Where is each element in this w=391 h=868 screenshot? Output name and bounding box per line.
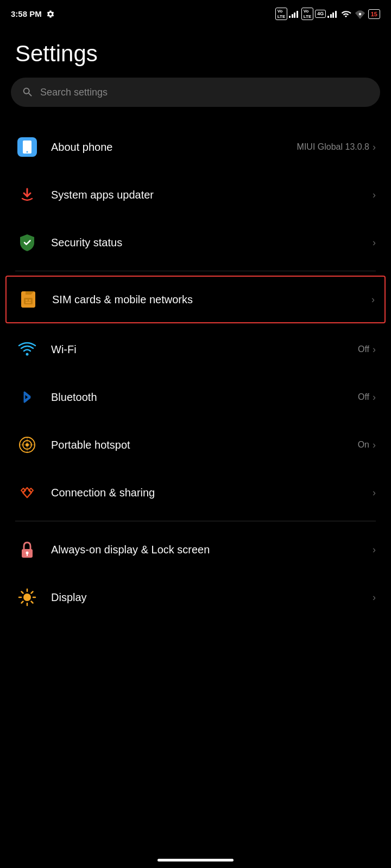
wifi-subtitle: Off <box>358 344 369 354</box>
search-placeholder: Search settings <box>40 87 108 98</box>
shield-check-icon <box>15 231 39 254</box>
search-icon <box>22 86 34 98</box>
display-chevron: › <box>373 592 376 603</box>
bluetooth-right: Off › <box>358 392 376 403</box>
display-label: Display <box>51 591 87 604</box>
system-apps-right: › <box>373 189 376 201</box>
wifi-content: Wi-Fi Off › <box>51 343 376 356</box>
svg-point-11 <box>26 353 29 356</box>
security-status-right: › <box>373 237 376 248</box>
system-apps-label: System apps updater <box>51 189 154 201</box>
volte2-badge: VoLTE <box>301 8 314 20</box>
wifi-right: Off › <box>358 344 376 355</box>
settings-item-display[interactable]: Display › <box>0 573 391 621</box>
about-phone-right: MIUI Global 13.0.8 › <box>297 142 376 153</box>
wifi-chevron: › <box>373 344 376 355</box>
sim-cards-content: SIM cards & mobile networks › <box>52 293 375 306</box>
hotspot-icon <box>15 433 39 457</box>
about-phone-subtitle: MIUI Global 13.0.8 <box>297 142 369 152</box>
system-apps-content: System apps updater › <box>51 189 376 201</box>
wifi-status-icon <box>340 9 352 19</box>
security-status-label: Security status <box>51 237 122 249</box>
settings-list: About phone MIUI Global 13.0.8 › System … <box>0 123 391 621</box>
sim1-signal: VoLTE <box>275 8 298 20</box>
settings-item-system-apps-updater[interactable]: System apps updater › <box>0 171 391 219</box>
sun-icon <box>15 585 39 609</box>
status-icons-area: VoLTE VoLTE 4G <box>275 8 380 20</box>
settings-item-sim-cards[interactable]: SIM cards & mobile networks › <box>5 276 386 323</box>
sim-icon <box>16 288 40 311</box>
bottom-nav-indicator <box>157 859 234 861</box>
display-content: Display › <box>51 591 376 604</box>
bluetooth-icon <box>15 385 39 409</box>
signal-bars-2 <box>327 10 337 18</box>
hotspot-right: On › <box>358 439 376 451</box>
svg-line-28 <box>22 602 23 603</box>
wifi-icon <box>15 337 39 361</box>
settings-item-about-phone[interactable]: About phone MIUI Global 13.0.8 › <box>0 123 391 171</box>
settings-item-wifi[interactable]: Wi-Fi Off › <box>0 326 391 373</box>
sim-cards-chevron: › <box>371 294 375 305</box>
system-apps-chevron: › <box>373 189 376 201</box>
hotspot-content: Portable hotspot On › <box>51 439 376 451</box>
about-phone-label: About phone <box>51 141 112 154</box>
svg-point-0 <box>359 12 362 15</box>
signal-bars-1 <box>289 10 298 18</box>
settings-item-connection-sharing[interactable]: Connection & sharing › <box>0 469 391 516</box>
settings-item-always-on-display[interactable]: Always-on display & Lock screen › <box>0 526 391 573</box>
gear-icon <box>46 10 55 18</box>
search-bar[interactable]: Search settings <box>11 78 380 107</box>
svg-rect-10 <box>26 302 31 303</box>
settings-item-security-status[interactable]: Security status › <box>0 219 391 266</box>
lock-icon <box>15 538 39 561</box>
bluetooth-label: Bluetooth <box>51 391 97 404</box>
hotspot-label: Portable hotspot <box>51 439 130 451</box>
always-on-chevron: › <box>373 544 376 556</box>
sim2-signal: VoLTE 4G <box>301 8 337 20</box>
4g-badge: 4G <box>315 10 326 18</box>
display-right: › <box>373 592 376 603</box>
battery-indicator: 15 <box>368 9 380 19</box>
connection-content: Connection & sharing › <box>51 487 376 499</box>
about-phone-chevron: › <box>373 142 376 153</box>
svg-point-3 <box>27 151 28 153</box>
divider-2 <box>15 521 376 521</box>
svg-line-26 <box>31 602 33 603</box>
settings-item-portable-hotspot[interactable]: Portable hotspot On › <box>0 421 391 469</box>
security-status-chevron: › <box>373 237 376 248</box>
svg-rect-7 <box>24 298 33 304</box>
connection-icon <box>15 481 39 505</box>
hotspot-subtitle: On <box>358 440 369 450</box>
connection-right: › <box>373 487 376 499</box>
settings-item-bluetooth[interactable]: Bluetooth Off › <box>0 373 391 421</box>
svg-line-25 <box>22 592 23 593</box>
update-icon <box>15 183 39 207</box>
phone-icon <box>15 135 39 159</box>
sim-cards-label: SIM cards & mobile networks <box>52 293 193 306</box>
time-display: 3:58 PM <box>11 9 42 18</box>
volte1-badge: VoLTE <box>275 8 288 20</box>
bluetooth-chevron: › <box>373 392 376 403</box>
always-on-right: › <box>373 544 376 556</box>
bluetooth-content: Bluetooth Off › <box>51 391 376 404</box>
page-title: Settings <box>0 24 391 78</box>
sim-cards-right: › <box>371 294 375 305</box>
status-time-area: 3:58 PM <box>11 9 55 18</box>
always-on-label: Always-on display & Lock screen <box>51 542 210 557</box>
svg-point-20 <box>23 593 31 601</box>
bluetooth-subtitle: Off <box>358 392 369 402</box>
svg-rect-9 <box>29 299 31 301</box>
hotspot-status-icon <box>355 9 365 19</box>
status-bar: 3:58 PM VoLTE VoLTE 4G <box>0 0 391 24</box>
divider-1 <box>15 271 376 271</box>
connection-chevron: › <box>373 487 376 499</box>
svg-rect-8 <box>26 299 28 301</box>
hotspot-chevron: › <box>373 439 376 451</box>
wifi-label: Wi-Fi <box>51 343 77 356</box>
connection-label: Connection & sharing <box>51 487 155 499</box>
about-phone-content: About phone MIUI Global 13.0.8 › <box>51 141 376 154</box>
svg-line-27 <box>31 592 33 593</box>
always-on-content: Always-on display & Lock screen › <box>51 542 376 557</box>
security-status-content: Security status › <box>51 237 376 249</box>
